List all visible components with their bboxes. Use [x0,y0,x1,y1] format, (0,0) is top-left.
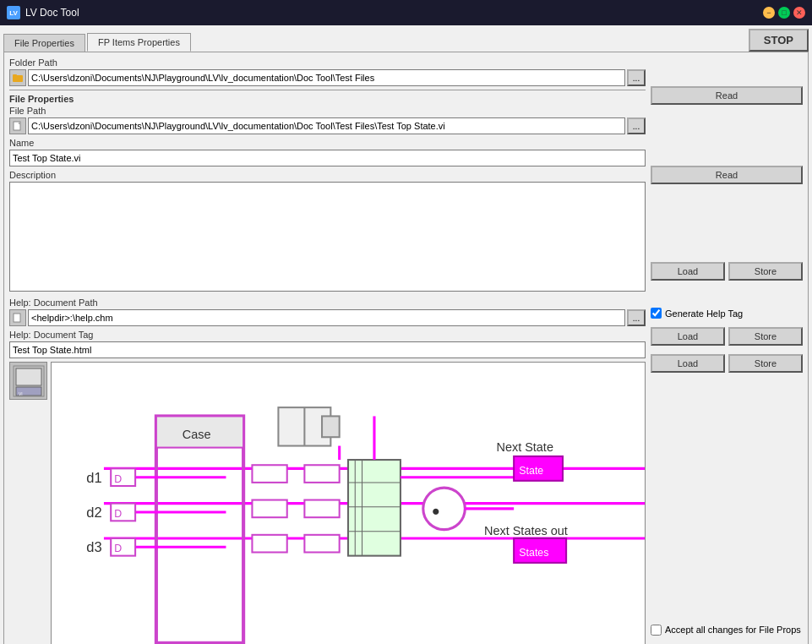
load-store-row-1: Load Store [651,262,803,281]
file-path-label: File Path [9,106,646,116]
help-path-icon [9,309,26,326]
svg-rect-33 [304,535,339,553]
app-title: LV Doc Tool [25,7,79,19]
title-bar: LV LV Doc Tool − □ ✕ [0,0,812,25]
svg-rect-6 [16,368,41,385]
svg-text:States: States [519,547,548,559]
store-button-1[interactable]: Store [728,262,803,281]
help-browse-button[interactable]: ... [627,309,646,326]
store-button-3[interactable]: Store [728,354,803,373]
app-icon: LV [7,6,20,19]
load-button-1[interactable]: Load [651,262,725,281]
file-path-input[interactable] [28,117,625,134]
stop-button[interactable]: STOP [749,29,809,52]
folder-path-row: ... [9,69,646,86]
tab-row: File Properties FP Items Properties STOP [3,29,809,52]
svg-rect-32 [252,535,286,553]
store-button-2[interactable]: Store [728,327,803,346]
svg-text:Next State: Next State [497,440,553,454]
read-button-2[interactable]: Read [651,166,803,184]
tab-file-properties[interactable]: File Properties [3,34,85,52]
generate-help-tag-row: Generate Help Tag [651,308,803,319]
svg-rect-30 [252,500,286,518]
svg-rect-4 [14,314,20,322]
svg-rect-34 [348,460,401,556]
accept-file-props-checkbox[interactable] [651,625,662,636]
help-section: Help: Document Path ... Help: Document T… [9,297,646,358]
vi-diagram-svg: Case d1 d2 d3 [52,363,645,644]
load-store-row-3: Load Store [651,354,803,373]
name-input[interactable] [9,150,646,166]
svg-text:d3: d3 [86,539,101,554]
load-store-row-2: Load Store [651,327,803,346]
svg-text:D: D [114,473,122,485]
svg-text:D: D [114,543,122,554]
description-input[interactable] [9,182,646,292]
vi-thumbnail: VI [9,362,47,400]
svg-text:Next States out: Next States out [484,524,568,538]
file-properties-label: File Properties [9,90,646,104]
svg-rect-29 [304,465,339,483]
file-path-row: ... [9,117,646,134]
minimize-button[interactable]: − [763,7,775,19]
svg-text:d1: d1 [86,470,101,485]
help-doc-tag-label: Help: Document Tag [9,330,646,340]
read-button-1[interactable]: Read [651,86,803,105]
svg-text:VI: VI [19,391,23,396]
generate-help-tag-label: Generate Help Tag [665,308,743,319]
svg-text:State: State [519,465,543,477]
file-properties-section: File Properties File Path ... Name Descr… [9,90,646,294]
load-button-2[interactable]: Load [651,327,725,346]
folder-icon [9,69,26,86]
file-browse-button[interactable]: ... [627,117,646,134]
help-doc-path-input[interactable] [28,309,625,326]
svg-text:D: D [114,508,122,520]
file-icon [9,117,26,134]
folder-path-section: Folder Path ... [9,57,646,86]
right-panel: Read Read Load Store Generate Help Tag L… [651,57,803,644]
svg-point-40 [423,488,466,530]
generate-help-tag-checkbox[interactable] [651,308,662,319]
svg-rect-28 [252,465,286,483]
svg-rect-0 [13,75,23,82]
folder-path-input[interactable] [28,69,625,86]
accept-file-props-label: Accept all changes for File Props [665,625,801,635]
load-button-3[interactable]: Load [651,354,725,373]
preview-row: VI [9,362,646,644]
folder-browse-button[interactable]: ... [627,69,646,86]
vi-diagram: Case d1 d2 d3 [51,362,646,644]
svg-rect-1 [13,74,17,76]
svg-text:●: ● [432,503,440,518]
maximize-button[interactable]: □ [778,7,790,19]
help-doc-tag-input[interactable] [9,341,646,358]
close-button[interactable]: ✕ [793,7,805,19]
svg-text:Case: Case [183,428,211,441]
svg-rect-31 [304,500,339,518]
folder-path-label: Folder Path [9,57,646,68]
description-label: Description [9,170,646,180]
left-panel: Folder Path ... File Properties File Pat… [9,57,646,644]
accept-file-props-row: Accept all changes for File Props [651,625,803,636]
svg-rect-52 [322,416,340,437]
tab-fp-items-properties[interactable]: FP Items Properties [87,33,191,52]
svg-text:d2: d2 [86,505,101,520]
help-doc-path-row: ... [9,309,646,326]
help-doc-path-label: Help: Document Path [9,297,646,308]
main-container: File Properties FP Items Properties STOP… [0,25,812,644]
content-area: Folder Path ... File Properties File Pat… [3,52,809,644]
name-label: Name [9,138,646,148]
